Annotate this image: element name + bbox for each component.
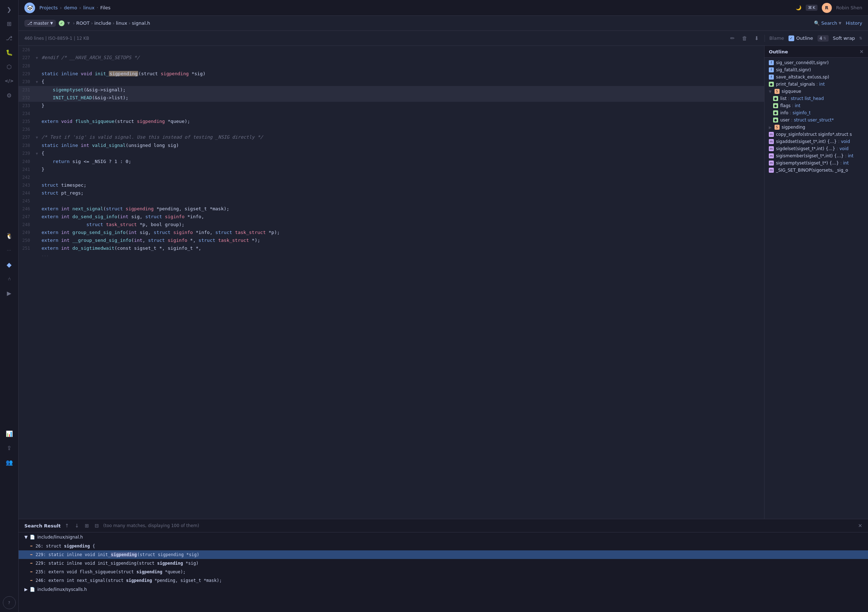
search-result-item[interactable]: ➡ 229: static inline void init_sigpendin…	[19, 559, 868, 568]
group-expand-icon	[24, 534, 28, 540]
outline-item[interactable]: m _SIG_SET_BINOP(sigorsets, _sig_o	[764, 166, 868, 174]
outline-label: Outline	[797, 36, 813, 41]
code-line: 244 struct pt_regs;	[19, 189, 764, 197]
code-line: 226	[19, 46, 764, 54]
search-result-item[interactable]: ➡ 246: extern int next_signal(struct sig…	[19, 576, 868, 585]
search-count: (too many matches, displaying 100 of the…	[103, 523, 199, 528]
blame-button[interactable]: Blame	[769, 36, 784, 41]
code-area[interactable]: 226 227 ▼ #endif /* __HAVE_ARCH_SIG_SETO…	[19, 46, 764, 519]
path-file[interactable]: signal.h	[132, 20, 150, 26]
search-file-group: 📄 include/linux/signal.h ➡ 26: struct si…	[19, 533, 868, 585]
outline-item[interactable]: m sigdelset(sigset_t*,int) {...} : void	[764, 145, 868, 152]
history-button[interactable]: History	[846, 20, 862, 26]
breadcrumb: Projects › demo › linux · Files	[39, 5, 111, 10]
edit-button[interactable]: ✏	[729, 34, 736, 43]
result-text: 229: static inline void init_sigpending(…	[36, 552, 199, 557]
code-line: 229 static inline void init_sigpending(s…	[19, 70, 764, 78]
group-expand-icon	[24, 587, 28, 592]
search-prev-button[interactable]: ↑	[64, 522, 71, 529]
result-text: 235: extern void flush_sigqueue(struct s…	[36, 569, 186, 575]
search-result-item[interactable]: ➡ 26: struct sigpending {	[19, 542, 868, 550]
branch-selector[interactable]: ⎇ master ▼	[24, 20, 56, 27]
search-file-header[interactable]: 📄 include/linux/syscalls.h	[19, 585, 868, 594]
method-icon: m	[769, 153, 774, 158]
method-icon: m	[769, 139, 774, 144]
outline-item-text: sig_fatal(t,signr)	[776, 67, 811, 72]
search-close-button[interactable]: ✕	[858, 523, 862, 528]
search-next-button[interactable]: ↓	[73, 522, 81, 529]
subnav-right: 🔍 Search ▼ History	[814, 20, 862, 26]
outline-item[interactable]: ● user : struct user_struct*	[764, 116, 868, 124]
tab-counter[interactable]: 4 ⇅	[817, 35, 829, 42]
sidebar-icon-linux[interactable]: 🐧	[3, 229, 16, 242]
sidebar-icon-package[interactable]: ⬡	[3, 60, 16, 73]
code-line: 245	[19, 197, 764, 205]
code-line: 230 ▼ {	[19, 78, 764, 86]
pipeline-status[interactable]: ✓	[59, 20, 64, 26]
avatar[interactable]: R	[822, 3, 832, 13]
sidebar-icon-git[interactable]: ◆	[3, 258, 16, 271]
breadcrumb-linux[interactable]: linux	[84, 5, 95, 10]
download-button[interactable]: ⬇	[753, 34, 761, 43]
expand-icon[interactable]	[769, 126, 772, 129]
field-icon: ●	[769, 82, 774, 87]
path-root[interactable]: ROOT	[76, 20, 90, 26]
path-include[interactable]: include	[94, 20, 111, 26]
outline-close-button[interactable]: ✕	[859, 49, 864, 54]
outline-item[interactable]: ● flags : int	[764, 102, 868, 109]
outline-item[interactable]: m sigaddset(sigset_t*,int) {...} : void	[764, 138, 868, 145]
code-line: 251 extern int do_sigtimedwait(const sig…	[19, 244, 764, 252]
topnav-right: 🌙 ⌘K R Robin Shen	[796, 3, 862, 13]
sidebar-icon-deploy[interactable]: ⇪	[3, 441, 16, 454]
outline-item[interactable]: m copy_siginfo(struct siginfo*,struct s	[764, 131, 868, 138]
result-arrow-icon: ➡	[30, 578, 33, 583]
sidebar-icon-play[interactable]: ▶	[3, 287, 16, 300]
sidebar-icon-graph[interactable]: 📊	[3, 427, 16, 440]
outline-item-text: sig_user_connéd(t,signr)	[776, 60, 829, 65]
search-result-item[interactable]: ➡ 235: extern void flush_sigqueue(struct…	[19, 568, 868, 576]
breadcrumb-projects[interactable]: Projects	[39, 5, 57, 10]
path-linux[interactable]: linux	[116, 20, 127, 26]
code-line: 241 }	[19, 166, 764, 173]
code-line: 234	[19, 110, 764, 118]
outline-item-sigpending[interactable]: S sigpending	[764, 124, 868, 131]
sidebar-icon-dashboard[interactable]: ⊞	[3, 17, 16, 30]
search-expand-button[interactable]: ⊞	[84, 522, 91, 529]
search-collapse-button[interactable]: ⊟	[93, 522, 101, 529]
sidebar-icon-code[interactable]: </>	[3, 75, 16, 87]
search-result-item-selected[interactable]: ➡ 229: static inline void init_sigpendin…	[19, 550, 868, 559]
outline-item-text: list : struct list_head	[780, 96, 824, 101]
outline-panel: Outline ✕ f sig_user_connéd(t,signr) f s…	[764, 46, 868, 519]
sidebar-icon-settings[interactable]: ⚙	[3, 89, 16, 102]
delete-button[interactable]: 🗑	[741, 34, 749, 43]
outline-item-text: sigqueue	[782, 89, 801, 94]
outline-item[interactable]: ● info : siginfo_t	[764, 109, 868, 116]
sidebar-icon-people[interactable]: 👥	[3, 456, 16, 469]
outline-toggle[interactable]: ✓ Outline	[789, 36, 813, 41]
outline-item-sigqueue[interactable]: S sigqueue	[764, 88, 868, 95]
method-icon: m	[769, 132, 774, 137]
sidebar-icon-more[interactable]: ···	[3, 244, 16, 256]
outline-item[interactable]: m sigismember(sigset_t*,int) {...} : int	[764, 152, 868, 160]
sidebar-icon-help[interactable]: ?	[3, 596, 16, 609]
username: Robin Shen	[836, 5, 862, 10]
sidebar-icon-branch[interactable]: ⑃	[3, 272, 16, 285]
code-line: 247 extern int do_send_sig_info(int sig,…	[19, 213, 764, 221]
code-line: 227 ▼ #endif /* __HAVE_ARCH_SIG_SETOPS *…	[19, 54, 764, 62]
outline-item[interactable]: f sig_fatal(t,signr)	[764, 66, 868, 73]
expand-icon[interactable]	[769, 90, 772, 93]
outline-item[interactable]: m sigisemptyset(sigset_t*) {...} : int	[764, 160, 868, 166]
sidebar-icon-bug[interactable]: 🐛	[3, 46, 16, 59]
search-file-header[interactable]: 📄 include/linux/signal.h	[19, 533, 868, 542]
outline-item[interactable]: f save_altstack_ex(uss,sp)	[764, 73, 868, 81]
outline-header: Outline ✕	[764, 46, 868, 58]
moon-icon[interactable]: 🌙	[796, 5, 801, 10]
sidebar-icon-expand[interactable]: ❯	[3, 3, 16, 16]
outline-item[interactable]: ● list : struct list_head	[764, 95, 868, 102]
outline-item[interactable]: f sig_user_connéd(t,signr)	[764, 59, 868, 66]
breadcrumb-demo[interactable]: demo	[64, 5, 77, 10]
sidebar-icon-merge[interactable]: ⎇	[3, 31, 16, 44]
search-button[interactable]: 🔍 Search ▼	[814, 20, 841, 26]
outline-item-text: sigisemptyset(sigset_t*) {...} : int	[776, 160, 849, 166]
outline-item[interactable]: ● print_fatal_signals : int	[764, 81, 868, 88]
